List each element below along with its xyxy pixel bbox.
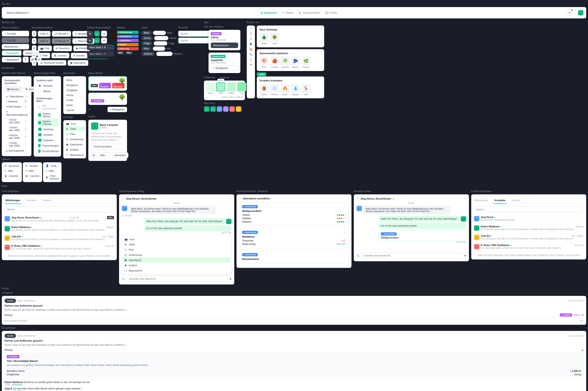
mein-wald-drop[interactable]: Mein Wald 1 ▾ [87,44,114,50]
map-avatar-1[interactable]: ·ᴗ· [204,106,209,112]
warning-icon[interactable]: ⚠ [250,58,252,61]
chat-item[interactable]: ·ᴗ·R. Braun, FBG Ostalbkreis ●10.12.21Du… [4,243,114,252]
paw-icon[interactable]: 🐾 [249,53,252,56]
compass-icon: ◎ [261,11,263,14]
mehr-info-link[interactable]: Mehr Informationen ↗ [87,58,114,60]
filter-icon[interactable]: ⚲ [32,31,36,37]
waldgebiet-add[interactable]: + Waldgebiet [2,57,21,62]
badge-massnahme: ▸ Maßnahme [117,39,139,42]
more-icon[interactable]: ⋮ [229,197,231,200]
eye-icon[interactable]: 👁 [25,95,28,98]
chevron-down-icon[interactable]: ▾ [582,314,584,317]
hexagon-icon[interactable]: ⬡ [250,32,252,35]
chat-icon: 💬 [325,11,328,14]
chat-item[interactable]: ·ᴗ·Julia Ent ●Vor 7 TagenDen Beitrag von… [4,233,114,243]
abmelden-button[interactable]: Abmelden [112,153,128,158]
mail-dark[interactable]: ✉ [87,31,93,37]
forest-omas[interactable]: 🌳 Omas Garten 2 Einblicke [88,93,127,105]
user-avatar[interactable]: ·ᴗ· [578,10,584,15]
senden-button[interactable]: ➤ Senden [71,53,88,59]
nav-forum[interactable]: 💬Forum [325,11,337,14]
send-icon[interactable]: ➤ [229,278,231,280]
dots-icon[interactable]: ⋮ [108,32,111,35]
filter-icon[interactable]: ⚙ [88,108,91,111]
nav-planen[interactable]: ✎Planen [282,11,294,14]
section-buttons: Buttons etc. [2,21,202,24]
badge-warnung: ▴ Warnung [117,47,139,50]
chat-item[interactable]: ·ᴗ·Robert Waldemar ●GesternDen Beitrag v… [4,224,114,233]
datenblock-button[interactable]: ▣ Datenblock [68,60,88,66]
chevron-up-icon[interactable]: ▴ [582,348,584,351]
square-icon[interactable]: ▢ [250,37,252,40]
badge-datenblock: ▸ Datenblock [117,35,139,38]
avatar-green[interactable]: ·ᴗ· [94,31,100,36]
profil-bearbeiten[interactable]: Profil bearbeiten [91,144,124,149]
12monate-button[interactable]: 12 Monate ▾ [52,31,71,37]
filter-button[interactable]: Filter ▾ [38,31,51,37]
layer-datenbloecke[interactable]: ▸ Datenblöcke👁 [4,94,29,99]
tauschen-button[interactable]: ⇄ Tauschen [53,46,72,51]
add-waldgebiet[interactable]: + Waldgebiet [107,107,127,112]
forest-dropdown[interactable]: Maries Waldstück ▾ [4,10,31,15]
erledigt-button[interactable]: ✓ Erledigt [2,31,29,36]
attach-icon[interactable]: 📎 [122,278,125,280]
foto-button[interactable]: 📷 Foto [38,46,52,51]
nav-dokumentieren[interactable]: 🗎Dokumentieren [299,11,320,14]
doc-icon: 🗎 [299,11,301,14]
pencil-icon: ✎ [282,11,284,14]
res-grob[interactable] [206,82,215,92]
chevron-down-icon: ▾ [27,11,29,14]
hilfe-link[interactable]: Hilfe → [98,153,111,158]
steckbrief-button[interactable]: 🗎 Steckbrief senden [38,60,66,66]
forest-maries[interactable]: 🌳 Maries Waldstück NEU1 Einblick1 Warnun… [88,76,127,91]
tree-tool-icon[interactable]: 🌲 [249,43,252,46]
popup-einblick: Einblick Totholz Typ: Mischwald Massnahm… [208,30,240,50]
sort-neueste[interactable]: Neueste [36,83,58,89]
kontakt-item[interactable]: ·ᴗ·R. Braun, FBG Ostalbkreis ●10.12.21Du… [474,242,584,252]
back-icon[interactable]: ← [122,197,124,200]
hilfe-button[interactable]: ? Hilfe [38,53,50,58]
mail-icon-button[interactable]: ✉ [567,10,573,16]
basket-icon[interactable]: 🧺 [249,48,252,51]
massnahmen-button[interactable]: Maßnahmen → [2,44,29,49]
erledigt-disabled: ✓ Erledigt [2,37,29,43]
kontakt-item[interactable]: ·ᴗ·Robert Waldemar ●GesternDen Beitrag v… [474,223,584,233]
kontakt-item[interactable]: ·ᴗ·Jörg Hirsch ●Revierförster Schwäbisch… [474,214,584,223]
badge-neu: NEU [117,51,124,54]
opt-tauschen[interactable]: ⇄ Tauschen [3,163,21,168]
chat-item[interactable]: ·ᴗ·Jörg Hirsch, Revierförster ●11:43 Uhr… [4,214,114,224]
reset-filters[interactable]: ✕ Alle zurücksetzen [36,103,58,111]
datenblock-add[interactable]: + Datenblock [2,50,22,56]
pin-icon-button[interactable]: 📍 [23,57,29,63]
profile-avatar: ·ᴗ· [91,122,98,130]
label-tag: Label [257,72,266,76]
bridge-icon[interactable]: ⛩ [250,64,252,66]
cursor-icon[interactable]: ↖ [250,27,252,30]
badge-entdeckung: ▸ Entdeckung [117,31,139,34]
massnahmen-action[interactable]: Massnahmen → [211,43,238,48]
popup-entdeckung: Entdeckung Angelstelle Typ: Mischwald + … [208,53,240,73]
tree-icon: 🌳 [119,78,125,84]
nav-entdecken[interactable]: ◎Entdecken [261,11,277,14]
section-navbar: Nav Bar [2,3,586,5]
ebenen-toggle[interactable]: ▦ Ebenen [4,86,21,92]
tab-mitteilungen[interactable]: Mitteilungen [4,197,21,204]
kontakt-item[interactable]: ·ᴗ·Julia Ent ●Vor 7 TagenDen Beitrag von… [474,233,584,242]
pill-biete: Biete [141,31,152,35]
nadel-tile[interactable]: 🌲 [260,33,269,42]
badge-quest: ▸ Quest [117,43,139,46]
loeschen-button[interactable]: 🗑 Löschen [51,53,69,58]
